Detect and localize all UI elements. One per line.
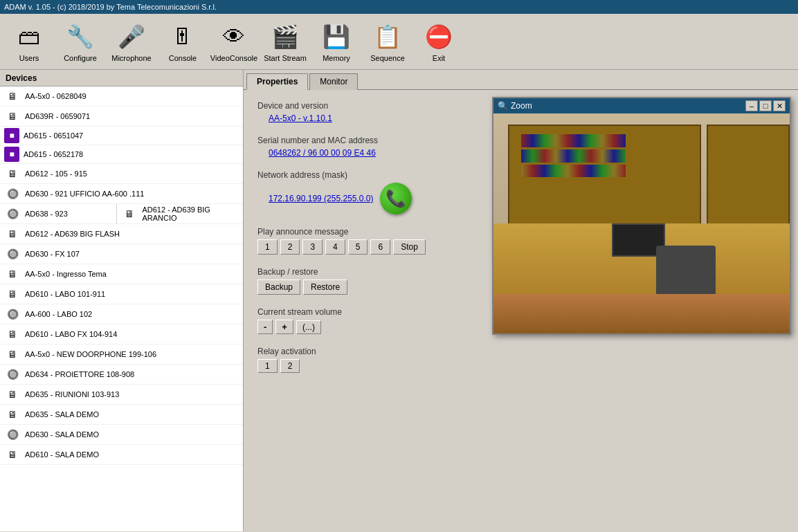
device-label: AD615 - 0651047 — [24, 131, 83, 140]
list-item[interactable]: 🖥 AD612 - AD639 BIG ARANCIO — [116, 204, 243, 223]
zoom-close-button[interactable]: ✕ — [773, 100, 786, 111]
announce-btn-4[interactable]: 4 — [325, 239, 345, 255]
volume-minus-button[interactable]: - — [257, 320, 273, 334]
list-item[interactable]: 🔘 AD630 - 921 UFFICIO AA-600 .111 — [0, 184, 243, 204]
relay-btn-2[interactable]: 2 — [280, 359, 300, 373]
device-label: AA-5x0 - Ingresso Tema — [25, 270, 107, 278]
device-icon: 🖥 — [4, 88, 21, 104]
device-icon: 🖥 — [121, 205, 138, 222]
zoom-icon: 🔍 — [498, 101, 508, 111]
list-item[interactable]: ■ AD615 - 0652178 — [0, 145, 243, 164]
device-label: AD634 - PROIETTORE 108-908 — [25, 370, 134, 378]
relay-buttons-row: 1 2 — [257, 359, 784, 373]
device-icon: ■ — [4, 147, 19, 162]
camera-image — [493, 113, 790, 333]
list-item[interactable]: 🖥 AD635 - SALA DEMO — [0, 405, 243, 425]
toolbar: 🗃 Users 🔧 Configure 🎤 Microphone 🎚 Conso… — [0, 14, 798, 70]
list-item[interactable]: 🖥 AD612 - AD639 BIG FLASH — [0, 224, 243, 244]
zoom-controls: – □ ✕ — [745, 100, 786, 111]
zoom-titlebar-left: 🔍 Zoom — [498, 101, 532, 111]
exit-button[interactable]: ⛔ Exit — [414, 17, 464, 66]
network-value[interactable]: 172.16.90.199 (255.255.0.0) — [269, 194, 373, 203]
exit-label: Exit — [433, 54, 445, 62]
stop-button[interactable]: Stop — [393, 239, 426, 255]
microphone-button[interactable]: 🎤 Microphone — [107, 17, 156, 66]
device-label: AD630 - SALA DEMO — [25, 430, 99, 439]
list-item[interactable]: 🔘 AD630 - FX 107 — [0, 244, 243, 264]
announce-btn-5[interactable]: 5 — [348, 239, 368, 255]
zoom-maximize-button[interactable]: □ — [759, 100, 772, 111]
volume-plus-button[interactable]: + — [275, 320, 293, 334]
list-item[interactable]: 🖥 AD639R - 0659071 — [0, 107, 243, 127]
phone-icon: 📞 — [386, 189, 406, 208]
call-button[interactable]: 📞 — [380, 183, 412, 214]
tab-properties[interactable]: Properties — [246, 73, 308, 90]
microphone-label: Microphone — [111, 54, 151, 62]
device-icon: 🖥 — [4, 386, 21, 403]
tab-monitor[interactable]: Monitor — [309, 73, 358, 90]
memory-icon: 💾 — [320, 21, 352, 53]
device-label: AD612 - AD639 BIG ARANCIO — [142, 205, 239, 222]
list-item[interactable]: 🖥 AD635 - RIUNIONI 103-913 — [0, 385, 243, 405]
backup-button[interactable]: Backup — [257, 279, 300, 295]
startstream-label: Start Stream — [264, 54, 307, 62]
console-button[interactable]: 🎚 Console — [158, 17, 208, 66]
announce-btn-1[interactable]: 1 — [257, 239, 278, 255]
list-item[interactable]: 🖥 AA-5x0 - 0628049 — [0, 86, 243, 107]
devices-title: Devices — [6, 73, 37, 83]
device-label: AA-5x0 - 0628049 — [25, 92, 87, 100]
announce-btn-3[interactable]: 3 — [302, 239, 323, 255]
device-icon: 🔘 — [4, 185, 21, 202]
list-item[interactable]: 🖥 AA-5x0 - NEW DOORPHONE 199-106 — [0, 345, 243, 365]
relay-btn-1[interactable]: 1 — [257, 359, 278, 373]
sequence-button[interactable]: 📋 Sequence — [363, 17, 412, 66]
zoom-titlebar: 🔍 Zoom – □ ✕ — [493, 98, 790, 113]
relay-label: Relay activation — [257, 347, 784, 356]
announce-btn-6[interactable]: 6 — [370, 239, 390, 255]
zoom-title: Zoom — [511, 101, 532, 111]
startstream-button[interactable]: 🎬 Start Stream — [260, 17, 310, 66]
device-label: AD610 - SALA DEMO — [25, 450, 99, 459]
list-item[interactable]: ■ AD615 - 0651047 — [0, 127, 243, 145]
devices-list: 🖥 AA-5x0 - 0628049 🖥 AD639R - 0659071 ■ … — [0, 86, 243, 531]
announce-btn-2[interactable]: 2 — [280, 239, 300, 255]
device-icon: 🖥 — [4, 446, 21, 463]
list-item[interactable]: 🔘 AD638 - 923 — [0, 204, 116, 223]
list-item[interactable]: 🖥 AA-5x0 - Ingresso Tema — [0, 264, 243, 284]
list-item[interactable]: 🔘 AD630 - SALA DEMO — [0, 425, 243, 445]
configure-button[interactable]: 🔧 Configure — [55, 17, 105, 66]
device-label: AD615 - 0652178 — [24, 150, 83, 158]
users-button[interactable]: 🗃 Users — [4, 17, 54, 66]
device-icon: 🔘 — [4, 426, 21, 443]
content-panel: Properties Monitor Device and version AA… — [244, 70, 798, 531]
device-icon: 🖥 — [4, 165, 21, 182]
restore-button[interactable]: Restore — [303, 279, 347, 295]
device-icon: 🖥 — [4, 346, 21, 363]
device-label: AD638 - 923 — [25, 210, 68, 218]
zoom-window: 🔍 Zoom – □ ✕ — [492, 97, 791, 335]
relay-section: Relay activation 1 2 — [257, 347, 784, 373]
console-label: Console — [169, 54, 197, 62]
device-label: AD612 - 105 - 915 — [25, 169, 87, 178]
list-item[interactable]: 🖥 AD610 - LABO FX 104-914 — [0, 324, 243, 345]
configure-label: Configure — [64, 54, 97, 62]
list-item[interactable]: 🖥 AD610 - LABO 101-911 — [0, 284, 243, 304]
volume-dots-button[interactable]: (...) — [296, 320, 321, 334]
device-icon: 🔘 — [4, 205, 21, 222]
device-label: AD635 - RIUNIONI 103-913 — [25, 390, 119, 398]
device-icon: 🖥 — [4, 108, 21, 125]
list-item[interactable]: 🔘 AD634 - PROIETTORE 108-908 — [0, 365, 243, 385]
list-item[interactable]: 🖥 AD612 - 105 - 915 — [0, 164, 243, 184]
users-icon: 🗃 — [13, 21, 45, 53]
list-item[interactable]: 🖥 AD610 - SALA DEMO — [0, 445, 243, 465]
zoom-minimize-button[interactable]: – — [745, 100, 758, 111]
users-label: Users — [19, 54, 39, 62]
memory-button[interactable]: 💾 Memory — [311, 17, 361, 66]
list-item[interactable]: 🔘 AA-600 - LABO 102 — [0, 304, 243, 324]
sequence-icon: 📋 — [372, 21, 403, 53]
console-icon: 🎚 — [167, 21, 199, 53]
exit-icon: ⛔ — [423, 21, 455, 53]
device-label: AD612 - AD639 BIG FLASH — [25, 230, 120, 238]
videoconsole-button[interactable]: 👁 VideoConsole — [209, 17, 259, 66]
device-icon: 🔘 — [4, 246, 21, 262]
